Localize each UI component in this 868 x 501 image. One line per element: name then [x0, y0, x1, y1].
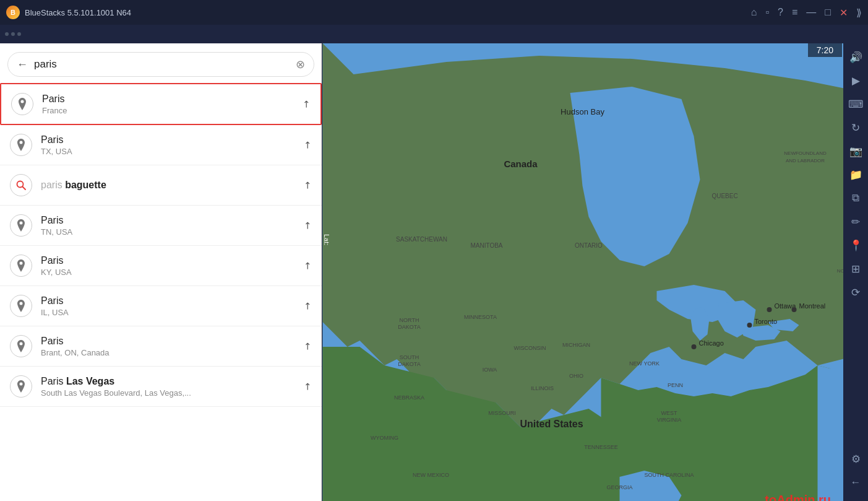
- home-icon-button[interactable]: ⌂: [846, 496, 866, 501]
- result-name: Paris Las Vegas: [41, 376, 299, 387]
- app-logo: B: [6, 6, 20, 19]
- result-item[interactable]: Paris IL, USA ↗: [0, 286, 322, 326]
- svg-text:SOUTH: SOUTH: [400, 354, 419, 360]
- search-input[interactable]: [34, 58, 290, 71]
- toolbar-dot-3: [17, 32, 21, 36]
- location-pin-icon: [10, 255, 32, 277]
- svg-text:NEW YORK: NEW YORK: [629, 360, 660, 367]
- arrow-icon: ↗: [301, 259, 315, 272]
- location-pin-icon: [11, 93, 33, 115]
- result-item[interactable]: Paris France ↗: [0, 83, 322, 125]
- expand-right-icon[interactable]: ⟫: [856, 7, 862, 19]
- home-icon[interactable]: ⌂: [751, 7, 757, 18]
- svg-text:VIRGINIA: VIRGINIA: [657, 417, 682, 423]
- result-text: Paris France: [42, 94, 298, 115]
- result-item[interactable]: Paris TN, USA ↗: [0, 206, 322, 246]
- svg-line-1: [23, 187, 26, 190]
- svg-text:WYOMING: WYOMING: [371, 435, 398, 441]
- svg-text:TENNESSEE: TENNESSEE: [584, 444, 618, 450]
- result-name: Paris: [41, 336, 299, 347]
- svg-point-38: [767, 307, 772, 312]
- result-item[interactable]: Paris KY, USA ↗: [0, 246, 322, 286]
- result-name: Paris: [42, 94, 298, 105]
- search-icon: [10, 174, 32, 196]
- svg-point-44: [692, 344, 697, 349]
- svg-text:DAKOTA: DAKOTA: [398, 361, 420, 367]
- arrow-icon: ↗: [301, 380, 315, 393]
- svg-text:MINNESOTA: MINNESOTA: [464, 314, 497, 320]
- location-pin-icon: [10, 335, 32, 357]
- toolbar-dots: [5, 32, 21, 36]
- map-area[interactable]: Hudson Bay Canada SASKATCHEWAN MANITOBA …: [322, 43, 868, 501]
- svg-text:MICHIGAN: MICHIGAN: [562, 342, 590, 348]
- location-pin-icon: [10, 214, 32, 237]
- pen-icon-button[interactable]: ✏: [846, 212, 866, 232]
- svg-text:NEBRASKA: NEBRASKA: [394, 394, 424, 401]
- result-item[interactable]: Paris TX, USA ↗: [0, 125, 322, 165]
- close-icon[interactable]: ✕: [840, 7, 848, 19]
- svg-text:IOWA: IOWA: [483, 367, 497, 373]
- app-title: BlueStacks 5.5.101.1001 N64: [25, 8, 131, 17]
- main-content: ← ⊗ Paris France ↗: [0, 43, 868, 501]
- svg-text:Montreal: Montreal: [799, 302, 826, 310]
- volume-icon-button[interactable]: 🔊: [846, 47, 866, 67]
- svg-text:WEST: WEST: [661, 410, 678, 416]
- svg-text:NEW MEXICO: NEW MEXICO: [413, 472, 449, 478]
- svg-text:SOUTH CAROLINA: SOUTH CAROLINA: [644, 472, 694, 478]
- result-item[interactable]: paris baguette ↗: [0, 165, 322, 206]
- svg-text:NORTH: NORTH: [400, 317, 419, 323]
- result-subtitle: TX, USA: [41, 147, 299, 156]
- svg-text:GEORGIA: GEORGIA: [606, 484, 632, 490]
- arrow-icon: ↗: [301, 178, 315, 192]
- search-bar: ← ⊗: [7, 52, 314, 77]
- right-sidebar: 🔊 ▶ ⌨ ↻ 📷 📁 ⧉ ✏ 📍 ⊞ ⟳ ⚙ ← ⌂: [843, 43, 868, 501]
- svg-text:United States: United States: [520, 419, 583, 429]
- svg-text:NEWFOUNDLAND: NEWFOUNDLAND: [784, 150, 827, 156]
- arrow-icon: ↗: [301, 138, 315, 152]
- settings-icon-button[interactable]: ⚙: [846, 449, 866, 469]
- result-text: Paris IL, USA: [41, 295, 299, 317]
- titlebar: B BlueStacks 5.5.101.1001 N64 ⌂ ▫ ? ≡ — …: [0, 0, 868, 25]
- clear-button[interactable]: ⊗: [296, 58, 305, 71]
- help-icon[interactable]: ?: [778, 7, 783, 18]
- keyboard-icon-button[interactable]: ⌨: [846, 94, 866, 114]
- refresh-icon-button[interactable]: ↻: [846, 118, 866, 137]
- maximize-icon[interactable]: □: [825, 7, 831, 18]
- lat-label: Lat:: [323, 234, 330, 245]
- stack-icon-button[interactable]: ⊞: [846, 259, 866, 279]
- play-icon-button[interactable]: ▶: [846, 71, 866, 90]
- minimize-icon[interactable]: —: [806, 7, 816, 18]
- layers-icon-button[interactable]: ⧉: [846, 188, 866, 208]
- svg-text:MANITOBA: MANITOBA: [470, 242, 502, 249]
- folder-icon-button[interactable]: 📁: [846, 165, 866, 185]
- result-item[interactable]: Paris Brant, ON, Canada ↗: [0, 326, 322, 367]
- result-text: paris baguette: [41, 180, 299, 191]
- results-list: Paris France ↗ Paris TX, USA ↗: [0, 83, 322, 501]
- result-text: Paris Las Vegas South Las Vegas Boulevar…: [41, 376, 299, 398]
- layers-icon[interactable]: ▫: [765, 7, 769, 18]
- watermark: toAdmin.ru: [765, 493, 831, 501]
- location-icon-button[interactable]: 📍: [846, 235, 866, 255]
- svg-text:Chicago: Chicago: [699, 339, 724, 347]
- back-icon-button[interactable]: ←: [846, 473, 866, 492]
- result-name: Paris: [41, 215, 299, 226]
- menu-icon[interactable]: ≡: [792, 7, 797, 18]
- location-pin-icon: [10, 134, 32, 156]
- result-subtitle: IL, USA: [41, 308, 299, 317]
- result-subtitle: South Las Vegas Boulevard, Las Vegas,...: [41, 388, 299, 398]
- result-text: Paris Brant, ON, Canada: [41, 336, 299, 357]
- result-item[interactable]: Paris Las Vegas South Las Vegas Boulevar…: [0, 367, 322, 407]
- camera-icon-button[interactable]: 📷: [846, 141, 866, 161]
- titlebar-controls: ⌂ ▫ ? ≡ — □ ✕ ⟫: [751, 7, 862, 19]
- svg-text:ILLINOIS: ILLINOIS: [531, 385, 554, 391]
- back-button[interactable]: ←: [17, 58, 28, 71]
- result-name: Paris: [41, 255, 299, 266]
- svg-point-42: [747, 323, 752, 328]
- location-pin-icon: [10, 295, 32, 317]
- rotate-icon-button[interactable]: ⟳: [846, 282, 866, 302]
- arrow-icon: ↗: [300, 97, 314, 111]
- search-panel: ← ⊗ Paris France ↗: [0, 43, 322, 501]
- result-text: Paris KY, USA: [41, 255, 299, 277]
- toolbar: [0, 25, 868, 43]
- svg-text:DAKOTA: DAKOTA: [398, 324, 420, 330]
